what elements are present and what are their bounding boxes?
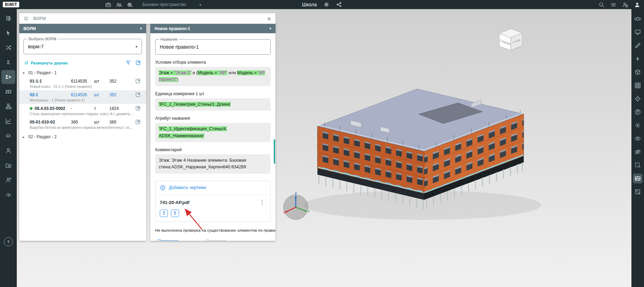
panel-title: ВОРМ — [33, 16, 46, 21]
page-badge[interactable]: 5 — [171, 210, 179, 217]
help-button[interactable]: ? — [4, 237, 13, 246]
select-cursor-icon[interactable] — [1, 26, 15, 40]
rule-editor-panel: Новое правило-1 ▾ Название Новое правило… — [150, 24, 276, 241]
page-badge[interactable]: 3 — [160, 210, 168, 217]
attribute-expression[interactable]: 'IFC_1_Идентификация_Стены/4. ADSK_Наиме… — [155, 123, 271, 142]
expand-tree-button[interactable]: Развернуть дерево — [24, 61, 68, 65]
section-cut-icon[interactable] — [633, 120, 643, 130]
chevron-down-icon: ▾ — [199, 3, 201, 7]
caret-right-icon: ▸ — [23, 135, 26, 139]
rule-name-field[interactable]: Название Новое правило-1 — [155, 39, 271, 55]
rule-section-header[interactable]: Новое правило-1 ▾ — [150, 24, 276, 33]
project-title: Школа — [302, 2, 317, 7]
space-history-icon[interactable] — [127, 1, 133, 8]
table-row[interactable]: 01-1-1 6114535 шт 352 Новый класс - 01-1… — [19, 77, 146, 90]
select-area-icon[interactable] — [633, 160, 643, 170]
table-row[interactable]: 08.4.03.02-0002 - т 1824 Сталь арматурна… — [19, 104, 146, 118]
add-drawings-button[interactable]: Добавить чертежи — [156, 181, 270, 195]
check-rule-button[interactable]: Проверить правило — [155, 239, 198, 241]
check-element-button[interactable]: Проверить элемент — [203, 239, 246, 241]
expand-collapse-icon — [24, 61, 29, 65]
vorm-tree-panel: ВОРМ ▾ Выбрать ВОРМ ворм-7 ▾ Развернуть … — [19, 24, 146, 241]
eye-icon[interactable] — [633, 134, 643, 144]
vorm-panel-group: ВОРМ ✕ ВОРМ ▾ Выбрать ВОРМ ворм-7 ▾ Разв… — [19, 13, 276, 241]
plugins-icon[interactable] — [1, 129, 15, 143]
locate-target-icon[interactable] — [633, 94, 643, 104]
projects-icon[interactable] — [105, 1, 112, 8]
search-icon[interactable] — [598, 1, 605, 8]
vorm-select[interactable]: Выбрать ВОРМ ворм-7 ▾ — [23, 39, 142, 54]
table-row-selected[interactable]: 02-1 6114535 шт 352 Материалы - 1 (Новое… — [19, 90, 146, 104]
caret-down-icon: ▾ — [23, 71, 26, 75]
frame-select-icon[interactable] — [135, 60, 141, 66]
section-box-icon[interactable] — [633, 187, 643, 197]
plus-circle-icon — [160, 185, 166, 191]
settings-gear-icon[interactable] — [323, 1, 329, 8]
drawing-file-link[interactable]: 741-20-АР.pdf — [160, 200, 189, 205]
measure-icon[interactable] — [633, 41, 643, 50]
model-tree-icon[interactable] — [1, 11, 15, 25]
topbar: BiMiT Базовое пространство ▾ Школа — [0, 0, 644, 9]
kebab-menu-icon[interactable]: ⋮ — [263, 240, 271, 241]
table-row[interactable]: 05-01-010-02 365 шт 365 Вырубка бетона и… — [19, 118, 146, 131]
viewport-toolbar — [631, 9, 644, 287]
chevron-down-icon: ▾ — [140, 26, 142, 31]
drawings-card: Добавить чертежи 741-20-АР.pdf ⋮ 3 5 — [155, 181, 271, 222]
workspace-selector[interactable]: Базовое пространство ▾ — [142, 2, 201, 7]
row-detail-icon[interactable] — [135, 106, 146, 111]
grid-table-icon[interactable] — [633, 80, 643, 90]
orbit-icon[interactable] — [633, 14, 643, 24]
filter-icon[interactable] — [125, 60, 131, 66]
axis-z-label: Z — [295, 192, 297, 195]
wall-material-icon[interactable] — [633, 174, 643, 183]
sigma-plus-icon[interactable]: Σ+ — [1, 70, 15, 84]
vorm-section-header[interactable]: ВОРМ ▾ — [19, 24, 146, 33]
rule-name-value: Новое правило-1 — [160, 44, 199, 50]
axis-x-label: X — [284, 211, 286, 214]
workspace-selector-value: Базовое пространство — [142, 2, 186, 7]
row-detail-icon[interactable] — [135, 78, 146, 84]
tree-group-1[interactable]: ▾ 01 - Раздел - 1 — [19, 67, 146, 77]
vorm-select-value: ворм-7 — [28, 44, 44, 49]
account-avatar-icon[interactable] — [634, 1, 641, 8]
relations-icon[interactable] — [1, 41, 15, 55]
team-icon[interactable] — [116, 1, 122, 8]
panel-titlebar: ВОРМ ✕ — [19, 13, 276, 24]
panel-menu-icon[interactable] — [23, 16, 29, 21]
close-icon[interactable]: ✕ — [267, 16, 271, 21]
axis-gizmo[interactable]: Z X Y — [280, 190, 312, 223]
status-dot-green — [30, 107, 33, 110]
quick-filter-icon[interactable] — [633, 54, 643, 64]
comment-label: Комментарий — [155, 147, 271, 152]
comment-value[interactable]: Этаж: Этаж 4 Название элемента: Базовая … — [155, 154, 271, 174]
unit-expression[interactable]: 'IFC_2_Геометрия_Стены/1. Длина' — [155, 98, 271, 111]
eye-off-icon[interactable] — [251, 240, 258, 241]
model-cube-icon[interactable] — [633, 67, 643, 77]
user-activity-icon[interactable] — [622, 1, 629, 8]
unit-label: Единица измерения 1 шт — [155, 91, 271, 96]
sigma-icon[interactable]: Σ — [1, 55, 15, 69]
row-detail-icon[interactable] — [135, 92, 146, 97]
org-chart-icon[interactable] — [1, 99, 15, 113]
axis-y-label: Y — [308, 210, 310, 213]
attribute-label: Атрибут названия — [155, 116, 271, 121]
user-location-icon[interactable] — [1, 173, 15, 187]
screen-view-icon[interactable] — [633, 27, 643, 37]
parking-circle-icon[interactable] — [633, 107, 643, 117]
eye-off-icon[interactable] — [633, 147, 643, 157]
navigation-cube[interactable]: Спереди Слева — [495, 24, 527, 53]
left-sidebar: Σ Σ+ 2D ? — [0, 9, 17, 287]
condition-expression[interactable]: Этаж = "Этаж 2" и (Модель = "АР" или Мод… — [155, 67, 271, 86]
kebab-menu-icon[interactable]: ⋮ — [258, 200, 266, 205]
share-icon[interactable] — [336, 1, 342, 8]
tree-group-2[interactable]: ▸ 02 - Раздел - 2 — [19, 131, 146, 141]
panel-scrollbar-thumb[interactable] — [274, 139, 275, 164]
2d-view-icon[interactable]: 2D — [1, 85, 15, 99]
gauge-icon[interactable] — [1, 188, 15, 202]
chart-icon[interactable] — [1, 114, 15, 128]
menu-list-icon[interactable] — [610, 1, 617, 8]
users-icon[interactable] — [1, 144, 15, 158]
shared-folder-icon[interactable] — [1, 158, 15, 172]
row-detail-icon[interactable] — [135, 119, 146, 125]
chevron-down-icon: ▾ — [269, 26, 271, 31]
